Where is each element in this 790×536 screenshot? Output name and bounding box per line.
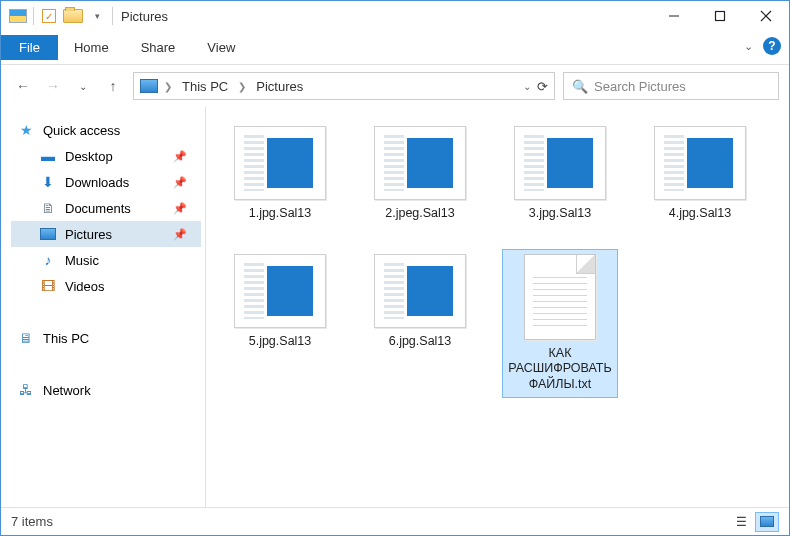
separator bbox=[112, 7, 113, 25]
file-item[interactable]: 6.jpg.Sal13 bbox=[362, 249, 478, 398]
file-name: 4.jpg.Sal13 bbox=[669, 206, 732, 222]
image-file-icon bbox=[654, 126, 746, 200]
address-dropdown-button[interactable]: ⌄ bbox=[523, 81, 531, 92]
file-item[interactable]: 1.jpg.Sal13 bbox=[222, 121, 338, 227]
sidebar-item-label: Documents bbox=[65, 201, 131, 216]
file-item[interactable]: КАК РАСШИФРОВАТЬ ФАЙЛЫ.txt bbox=[502, 249, 618, 398]
chevron-right-icon[interactable]: ❯ bbox=[164, 81, 172, 92]
tab-share[interactable]: Share bbox=[125, 35, 192, 60]
sidebar-item-music[interactable]: ♪Music bbox=[11, 247, 201, 273]
sidebar-item-this-pc[interactable]: 🖥This PC bbox=[11, 325, 201, 351]
search-input[interactable]: 🔍 Search Pictures bbox=[563, 72, 779, 100]
status-bar: 7 items ☰ bbox=[1, 507, 789, 535]
text-file-icon bbox=[524, 254, 596, 340]
sidebar-item-desktop[interactable]: ▬Desktop📌 bbox=[11, 143, 201, 169]
desktop-icon: ▬ bbox=[39, 148, 57, 164]
item-count: 7 items bbox=[11, 514, 53, 529]
image-file-icon bbox=[374, 126, 466, 200]
pin-icon: 📌 bbox=[173, 150, 187, 163]
documents-icon: 🗎 bbox=[39, 200, 57, 216]
star-icon: ★ bbox=[17, 122, 35, 138]
file-item[interactable]: 4.jpg.Sal13 bbox=[642, 121, 758, 227]
separator bbox=[11, 299, 201, 325]
sidebar-item-label: Downloads bbox=[65, 175, 129, 190]
image-file-icon bbox=[234, 254, 326, 328]
file-name: 3.jpg.Sal13 bbox=[529, 206, 592, 222]
sidebar-item-downloads[interactable]: ⬇Downloads📌 bbox=[11, 169, 201, 195]
app-icon bbox=[7, 5, 29, 27]
file-name: КАК РАСШИФРОВАТЬ ФАЙЛЫ.txt bbox=[507, 346, 613, 393]
videos-icon: 🎞 bbox=[39, 278, 57, 294]
file-name: 1.jpg.Sal13 bbox=[249, 206, 312, 222]
forward-button[interactable]: → bbox=[41, 74, 65, 98]
file-name: 5.jpg.Sal13 bbox=[249, 334, 312, 350]
file-item[interactable]: 5.jpg.Sal13 bbox=[222, 249, 338, 398]
separator bbox=[11, 351, 201, 377]
sidebar-item-label: Pictures bbox=[65, 227, 112, 242]
file-list[interactable]: 1.jpg.Sal132.jpeg.Sal133.jpg.Sal134.jpg.… bbox=[206, 107, 789, 507]
sidebar-item-label: Music bbox=[65, 253, 99, 268]
ribbon-expand-button[interactable]: ⌄ bbox=[744, 40, 753, 53]
recent-locations-button[interactable]: ⌄ bbox=[71, 74, 95, 98]
details-view-button[interactable]: ☰ bbox=[729, 512, 753, 532]
navigation-bar: ← → ⌄ ↑ ❯ This PC ❯ Pictures ⌄ ⟳ 🔍 Searc… bbox=[1, 65, 789, 107]
sidebar-item-label: Videos bbox=[65, 279, 105, 294]
qat-properties-button[interactable]: ✓ bbox=[38, 5, 60, 27]
navigation-pane: ★Quick access ▬Desktop📌 ⬇Downloads📌 🗎Doc… bbox=[1, 107, 206, 507]
address-bar[interactable]: ❯ This PC ❯ Pictures ⌄ ⟳ bbox=[133, 72, 555, 100]
help-button[interactable]: ? bbox=[763, 37, 781, 55]
downloads-icon: ⬇ bbox=[39, 174, 57, 190]
pin-icon: 📌 bbox=[173, 202, 187, 215]
svg-rect-1 bbox=[716, 12, 725, 21]
file-item[interactable]: 2.jpeg.Sal13 bbox=[362, 121, 478, 227]
maximize-button[interactable] bbox=[697, 1, 743, 31]
breadcrumb-this-pc[interactable]: This PC bbox=[178, 79, 232, 94]
quick-access-toolbar: ✓ ▾ bbox=[1, 5, 115, 27]
file-name: 2.jpeg.Sal13 bbox=[385, 206, 455, 222]
chevron-right-icon[interactable]: ❯ bbox=[238, 81, 246, 92]
sidebar-item-label: Network bbox=[43, 383, 91, 398]
separator bbox=[33, 7, 34, 25]
image-file-icon bbox=[234, 126, 326, 200]
ribbon: File Home Share View ⌄ ? bbox=[1, 31, 789, 65]
pictures-icon bbox=[140, 79, 158, 93]
sidebar-item-label: This PC bbox=[43, 331, 89, 346]
image-file-icon bbox=[514, 126, 606, 200]
window-title: Pictures bbox=[121, 9, 168, 24]
qat-new-folder-button[interactable] bbox=[62, 5, 84, 27]
tab-view[interactable]: View bbox=[191, 35, 251, 60]
title-bar: ✓ ▾ Pictures bbox=[1, 1, 789, 31]
sidebar-item-label: Desktop bbox=[65, 149, 113, 164]
main-area: ★Quick access ▬Desktop📌 ⬇Downloads📌 🗎Doc… bbox=[1, 107, 789, 507]
qat-dropdown-button[interactable]: ▾ bbox=[86, 5, 108, 27]
sidebar-item-pictures[interactable]: Pictures📌 bbox=[11, 221, 201, 247]
tab-home[interactable]: Home bbox=[58, 35, 125, 60]
computer-icon: 🖥 bbox=[17, 330, 35, 346]
file-item[interactable]: 3.jpg.Sal13 bbox=[502, 121, 618, 227]
close-button[interactable] bbox=[743, 1, 789, 31]
sidebar-item-label: Quick access bbox=[43, 123, 120, 138]
file-name: 6.jpg.Sal13 bbox=[389, 334, 452, 350]
image-file-icon bbox=[374, 254, 466, 328]
sidebar-item-documents[interactable]: 🗎Documents📌 bbox=[11, 195, 201, 221]
minimize-button[interactable] bbox=[651, 1, 697, 31]
pictures-icon bbox=[39, 226, 57, 242]
network-icon: 🖧 bbox=[17, 382, 35, 398]
back-button[interactable]: ← bbox=[11, 74, 35, 98]
icons-view-button[interactable] bbox=[755, 512, 779, 532]
sidebar-item-network[interactable]: 🖧Network bbox=[11, 377, 201, 403]
sidebar-item-videos[interactable]: 🎞Videos bbox=[11, 273, 201, 299]
window-controls bbox=[651, 1, 789, 31]
pin-icon: 📌 bbox=[173, 176, 187, 189]
breadcrumb-pictures[interactable]: Pictures bbox=[252, 79, 307, 94]
pin-icon: 📌 bbox=[173, 228, 187, 241]
up-button[interactable]: ↑ bbox=[101, 74, 125, 98]
search-placeholder: Search Pictures bbox=[594, 79, 686, 94]
refresh-button[interactable]: ⟳ bbox=[537, 79, 548, 94]
tab-file[interactable]: File bbox=[1, 35, 58, 60]
music-icon: ♪ bbox=[39, 252, 57, 268]
search-icon: 🔍 bbox=[572, 79, 588, 94]
sidebar-item-quick-access[interactable]: ★Quick access bbox=[11, 117, 201, 143]
